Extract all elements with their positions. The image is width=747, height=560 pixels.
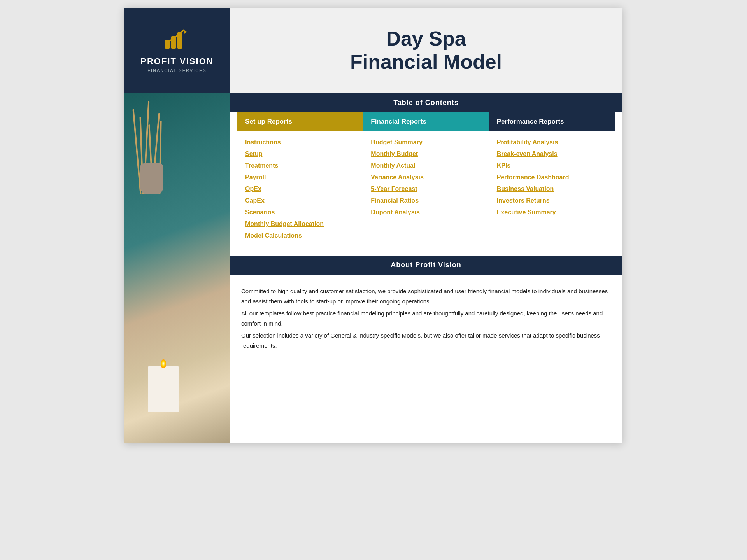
toc-header-bar: Table of Contents — [230, 93, 622, 112]
top-section: PROFIT VISION FINANCIAL SERVICES Day Spa… — [124, 8, 622, 93]
svg-marker-3 — [184, 30, 187, 34]
candle — [148, 366, 179, 412]
toc-col-financial: Financial Reports Budget Summary Monthly… — [363, 112, 489, 244]
header-area: Day Spa Financial Model — [230, 8, 622, 93]
spa-image — [124, 93, 230, 443]
link-variance-analysis[interactable]: Variance Analysis — [371, 174, 481, 181]
link-monthly-budget-allocation[interactable]: Monthly Budget Allocation — [245, 220, 355, 228]
main-body: Table of Contents Set up Reports Instruc… — [124, 93, 622, 443]
link-executive-summary[interactable]: Executive Summary — [497, 209, 607, 216]
link-investors-returns[interactable]: Investors Returns — [497, 197, 607, 204]
link-performance-dashboard[interactable]: Performance Dashboard — [497, 174, 607, 181]
about-para-2: All our templates follow best practice f… — [241, 308, 611, 328]
toc-col-setup: Set up Reports Instructions Setup Treatm… — [237, 112, 363, 244]
toc-section: Table of Contents Set up Reports Instruc… — [230, 93, 622, 256]
vase — [140, 163, 163, 194]
right-content: Table of Contents Set up Reports Instruc… — [230, 93, 622, 443]
title-line2: Financial Model — [350, 51, 502, 73]
sidebar: PROFIT VISION FINANCIAL SERVICES — [124, 8, 230, 93]
link-kpis[interactable]: KPIs — [497, 162, 607, 169]
logo-icon — [163, 28, 191, 52]
page-title: Day Spa Financial Model — [350, 27, 502, 74]
link-dupont-analysis[interactable]: Dupont Analysis — [371, 209, 481, 216]
about-section: About Profit Vision Committed to high qu… — [230, 256, 622, 364]
about-header-bar: About Profit Vision — [230, 256, 622, 275]
col-header-setup: Set up Reports — [237, 112, 363, 131]
link-treatments[interactable]: Treatments — [245, 162, 355, 169]
link-profitability-analysis[interactable]: Profitability Analysis — [497, 139, 607, 146]
brand-sub: FINANCIAL SERVICES — [147, 68, 207, 73]
main-container: PROFIT VISION FINANCIAL SERVICES Day Spa… — [124, 8, 622, 443]
toc-header-label: Table of Contents — [393, 99, 459, 107]
link-monthly-budget[interactable]: Monthly Budget — [371, 150, 481, 158]
link-setup[interactable]: Setup — [245, 150, 355, 158]
about-header-label: About Profit Vision — [391, 261, 461, 269]
about-text: Committed to high quality and customer s… — [230, 275, 622, 364]
col-header-performance: Performance Reports — [489, 112, 615, 131]
about-para-3: Our selection includes a variety of Gene… — [241, 331, 611, 350]
candle-flame — [161, 359, 166, 368]
toc-col-performance: Performance Reports Profitability Analys… — [489, 112, 615, 244]
toc-columns: Set up Reports Instructions Setup Treatm… — [230, 112, 622, 256]
link-breakeven-analysis[interactable]: Break-even Analysis — [497, 150, 607, 158]
link-budget-summary[interactable]: Budget Summary — [371, 139, 481, 146]
link-monthly-actual[interactable]: Monthly Actual — [371, 162, 481, 169]
link-opex[interactable]: OpEx — [245, 186, 355, 192]
col-header-financial: Financial Reports — [363, 112, 489, 131]
link-financial-ratios[interactable]: Financial Ratios — [371, 197, 481, 204]
link-model-calculations[interactable]: Model Calculations — [245, 232, 355, 239]
link-business-valuation[interactable]: Business Valuation — [497, 186, 607, 192]
brand-name: PROFIT VISION — [140, 56, 213, 66]
link-5year-forecast[interactable]: 5-Year Forecast — [371, 186, 481, 192]
title-line1: Day Spa — [386, 27, 466, 50]
link-instructions[interactable]: Instructions — [245, 139, 355, 146]
link-payroll[interactable]: Payroll — [245, 174, 355, 181]
about-para-1: Committed to high quality and customer s… — [241, 286, 611, 306]
link-capex[interactable]: CapEx — [245, 197, 355, 204]
link-scenarios[interactable]: Scenarios — [245, 209, 355, 216]
